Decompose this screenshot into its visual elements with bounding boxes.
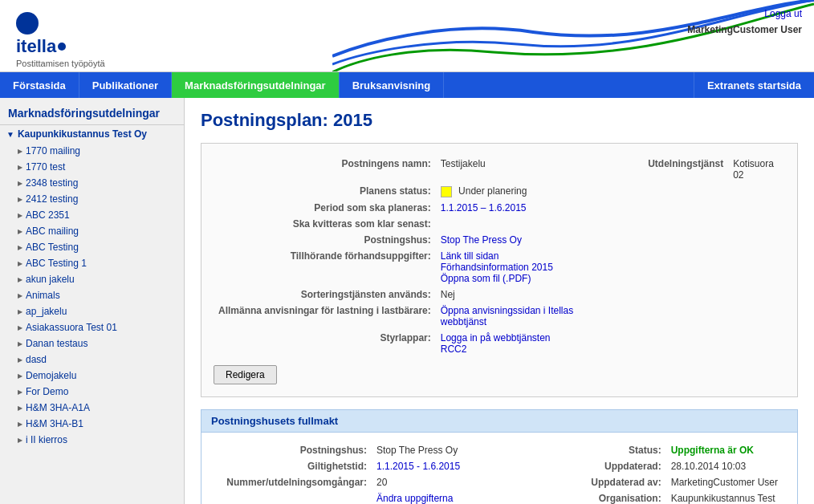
fullmakt-status-value: Uppgifterna är OK [666,442,788,458]
postningens-namn-value: Testijakelu [436,156,579,183]
triangle-icon: ▶ [18,388,22,396]
triangle-icon: ▶ [18,356,22,364]
kvitteras-label: Ska kvitteras som klar senast: [214,216,436,232]
fullmakt-section: Postningshusets fullmakt Postningshus: S… [201,409,798,504]
logo-area: itella Postittamisen työpöytä [16,12,105,68]
tagline: Postittamisen työpöytä [16,59,105,68]
fullmakt-uppdaterad-av-label: Uppdaterad av: [554,474,666,490]
fullmakt-uppdaterad-label: Uppdaterad: [554,458,666,474]
fullmakt-table: Postningshus: Stop The Press Oy Status: … [211,442,788,504]
table-row: Postningshus: Stop The Press Oy [214,232,785,248]
table-row: Nummer/utdelningsomgångar: 20 Uppdaterad… [211,474,788,490]
sidebar-item-akun-jakelu[interactable]: ▶akun jakelu [0,271,184,287]
triangle-icon: ▶ [18,148,22,155]
triangle-icon: ▶ [18,180,22,187]
logo-dot-icon [58,43,66,51]
sidebar-section-kaupunki[interactable]: ▼ Kaupunkikustannus Test Oy [0,125,184,143]
sidebar-item-animals[interactable]: ▶Animals [0,287,184,303]
fullmakt-uppdaterad-av-value: MarketingCustomer User [666,474,788,490]
triangle-icon: ▶ [18,164,22,171]
fullmakt-antal-value: 20 [372,474,474,490]
sorteringstjansten-value: Nej [436,287,579,303]
forhandsuppgifter-label: Tillhörande förhandsuppgifter: [214,248,436,287]
main-content: Postningsplan: 2015 Postningens namn: Te… [185,98,814,504]
fullmakt-header: Postningshusets fullmakt [201,410,797,433]
sidebar-item-abc-testing[interactable]: ▶ABC Testing [0,239,184,255]
postningsplan-info-box: Postningens namn: Testijakelu Utdelnings… [201,143,798,397]
sidebar-item-for-demo[interactable]: ▶For Demo [0,384,184,400]
fullmakt-organisation-value: Kaupunkikustannus Test Oy [666,490,788,504]
sidebar-item-2412-testing[interactable]: ▶2412 testing [0,191,184,207]
anvisningar-value: Öppna anvisningssidan i Itellas webbtjän… [436,303,579,330]
fullmakt-giltighetstid-label: Giltighetstid: [211,458,372,474]
fullmakt-giltighetstid-value: 1.1.2015 - 1.6.2015 [372,458,474,474]
main-layout: Marknadsföringsutdelningar ▼ Kaupunkikus… [0,98,814,504]
triangle-icon: ▶ [18,324,22,331]
sidebar-section-label: Kaupunkikustannus Test Oy [18,128,147,140]
sidebar-item-i-ii-kierros[interactable]: ▶i II kierros [0,432,184,448]
fullmakt-antal-label: Nummer/utdelningsomgångar: [211,474,372,490]
nav-publikationer[interactable]: Publikationer [79,72,172,98]
sidebar-item-2348-testing[interactable]: ▶2348 testing [0,175,184,191]
redigera-button[interactable]: Redigera [214,365,277,384]
forhandsuppgifter-value: Länk till sidan Förhandsinformation 2015… [436,248,579,287]
postningens-namn-label: Postningens namn: [214,156,436,183]
table-row: Ändra uppgifterna Organisation: Kaupunki… [211,490,788,504]
nav-marknadsforingsutdelningar[interactable]: Marknadsföringsutdelningar [172,72,340,98]
triangle-icon: ▶ [18,421,22,428]
sidebar-item-1770-test[interactable]: ▶1770 test [0,159,184,175]
fullmakt-postningshus-label: Postningshus: [211,442,372,458]
anvisningar-label: Allmänna anvisningar för lastning i last… [214,303,436,330]
styrlappar-value: Logga in på webbtjänsten RCC2 [436,330,579,357]
logo-icon [16,12,39,35]
sidebar-item-danan[interactable]: ▶Danan testaus [0,335,184,352]
fullmakt-organisation-label: Organisation: [554,490,666,504]
logout-link[interactable]: Logga ut [764,8,802,19]
sidebar-item-abc-mailing[interactable]: ▶ABC mailing [0,223,184,239]
chevron-down-icon: ▼ [6,130,14,139]
sidebar-item-hm-3ha-a1a[interactable]: ▶H&M 3HA-A1A [0,400,184,416]
fullmakt-andra-link: Ändra uppgifterna [372,490,474,504]
kvitteras-value [436,216,579,232]
table-row: Postningens namn: Testijakelu Utdelnings… [214,156,785,183]
utdelningstjanst-value: Kotisuora 02 [728,156,785,183]
info-table: Postningens namn: Testijakelu Utdelnings… [214,156,785,357]
triangle-icon: ▶ [18,340,22,348]
triangle-icon: ▶ [18,276,22,283]
period-value: 1.1.2015 – 1.6.2015 [436,200,579,216]
sorteringstjansten-label: Sorteringstjänsten används: [214,287,436,303]
fullmakt-status-label: Status: [554,442,666,458]
header: itella Postittamisen työpöytä Logga ut M… [0,0,814,72]
sidebar-item-demojakelu[interactable]: ▶Demojakelu [0,368,184,384]
sidebar-item-abc-2351[interactable]: ▶ABC 2351 [0,207,184,223]
triangle-icon: ▶ [18,292,22,299]
table-row: Ska kvitteras som klar senast: [214,216,785,232]
sidebar-item-dasd[interactable]: ▶dasd [0,352,184,368]
triangle-icon: ▶ [18,244,22,251]
sidebar-item-ap-jakelu[interactable]: ▶ap_jakelu [0,303,184,319]
nav-extranets[interactable]: Extranets startsida [694,72,814,98]
page-title: Postningsplan: 2015 [201,110,798,131]
fullmakt-uppdaterad-value: 28.10.2014 10:03 [666,458,788,474]
fullmakt-content: Postningshus: Stop The Press Oy Status: … [201,433,797,504]
table-row: Giltighetstid: 1.1.2015 - 1.6.2015 Uppda… [211,458,788,474]
sidebar-item-asiakassuora[interactable]: ▶Asiakassuora Test 01 [0,319,184,335]
period-label: Period som ska planeras: [214,200,436,216]
sidebar-item-abc-testing-1[interactable]: ▶ABC Testing 1 [0,255,184,271]
triangle-icon: ▶ [18,196,22,203]
planens-status-value: Under planering [436,183,579,200]
nav-bruksanvisning[interactable]: Bruksanvisning [340,72,445,98]
triangle-icon: ▶ [18,228,22,235]
styrlappar-label: Styrlappar: [214,330,436,357]
fullmakt-postningshus-value: Stop The Press Oy [372,442,474,458]
sidebar-title: Marknadsföringsutdelningar [0,102,184,125]
sidebar-item-1770-mailing[interactable]: ▶1770 mailing [0,143,184,159]
table-row: Allmänna anvisningar för lastning i last… [214,303,785,330]
planens-status-label: Planens status: [214,183,436,200]
sidebar-item-hm-3ha-b1[interactable]: ▶H&M 3HA-B1 [0,416,184,432]
status-badge-icon [441,186,452,197]
table-row: Planens status: Under planering [214,183,785,200]
table-row: Period som ska planeras: 1.1.2015 – 1.6.… [214,200,785,216]
triangle-icon: ▶ [18,372,22,380]
nav-forstasida[interactable]: Förstasida [0,72,79,98]
